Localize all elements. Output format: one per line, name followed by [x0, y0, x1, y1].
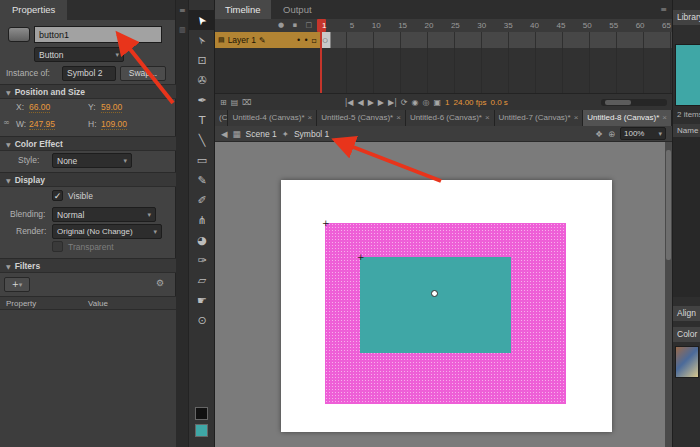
- tab-output[interactable]: Output: [273, 0, 322, 19]
- tab-align[interactable]: Align: [673, 306, 700, 321]
- tab-library[interactable]: Library: [673, 10, 700, 25]
- doc-tab-untitled-5[interactable]: Untitled-5 (Canvas)*×: [317, 110, 406, 126]
- section-position-and-size[interactable]: ▼Position and Size: [0, 84, 176, 99]
- last-frame-icon[interactable]: ▶|: [388, 98, 397, 107]
- transparent-checkbox[interactable]: [52, 241, 63, 252]
- doc-tab-untitled-7[interactable]: Untitled-7 (Canvas)*×: [495, 110, 584, 126]
- line-tool[interactable]: ╲: [189, 130, 215, 150]
- symbol-icon: ✦: [282, 129, 289, 139]
- y-value[interactable]: 59.00: [101, 102, 122, 113]
- timeline-scrollbar-thumb[interactable]: [605, 100, 631, 105]
- tab-color[interactable]: Color: [673, 327, 700, 342]
- timeline-scrollbar[interactable]: [601, 99, 667, 106]
- layer-visible-dot-icon[interactable]: •: [296, 36, 301, 45]
- ruler-frame-30: 30: [461, 19, 487, 32]
- center-frame-icon[interactable]: ⊕: [608, 129, 615, 139]
- zoom-select[interactable]: 100% ▾: [620, 127, 666, 140]
- eraser-tool[interactable]: ▱: [189, 270, 215, 290]
- h-value[interactable]: 109.00: [101, 119, 127, 130]
- new-layer-icon[interactable]: ⊞: [220, 98, 227, 107]
- next-frame-icon[interactable]: ▶: [378, 98, 384, 107]
- delete-layer-icon[interactable]: ⌧: [242, 98, 251, 107]
- breadcrumb-scene[interactable]: Scene 1: [246, 129, 277, 139]
- collapse-arrow-icon: ▼: [6, 141, 11, 148]
- layer-row-layer1[interactable]: ▤ Layer 1 ✎ • • ▫: [215, 32, 320, 48]
- link-width-height-icon[interactable]: ∞: [3, 118, 10, 127]
- close-icon[interactable]: ×: [485, 110, 490, 126]
- stage-scrollbar-thumb[interactable]: [666, 150, 671, 260]
- hand-tool[interactable]: ☛: [189, 290, 215, 310]
- new-folder-icon[interactable]: ▤: [231, 98, 239, 107]
- visible-checkbox[interactable]: ✓: [52, 190, 63, 201]
- properties-panel-menu-icon[interactable]: ≡: [179, 6, 186, 15]
- selection-tool[interactable]: ➤: [189, 10, 215, 30]
- swap-button[interactable]: Swap...: [120, 66, 166, 81]
- doc-tab-untitled-4[interactable]: Untitled-4 (Canvas)*×: [228, 110, 317, 126]
- library-list-area[interactable]: [673, 137, 700, 297]
- close-icon[interactable]: ×: [574, 110, 579, 126]
- layer-lock-dot-icon[interactable]: •: [304, 36, 309, 45]
- onion-skin-icon[interactable]: ◉: [412, 98, 419, 107]
- transformation-point[interactable]: [431, 290, 438, 297]
- zoom-tool[interactable]: ⊙: [189, 310, 215, 330]
- breadcrumb-symbol[interactable]: Symbol 1: [294, 129, 329, 139]
- rectangle-tool[interactable]: ▭: [189, 150, 215, 170]
- paint-bucket-tool[interactable]: ◕: [189, 230, 215, 250]
- filter-options-gear-icon[interactable]: ⚙: [156, 278, 164, 288]
- play-icon[interactable]: ▶: [368, 98, 374, 107]
- fill-color-swatch[interactable]: [195, 424, 208, 437]
- onion-skin-outlines-icon[interactable]: ◎: [423, 98, 430, 107]
- section-display[interactable]: ▼Display: [0, 172, 176, 187]
- back-icon[interactable]: ◀: [221, 129, 228, 139]
- brush-tool[interactable]: ✐: [189, 190, 215, 210]
- doc-tab-untitled-8[interactable]: Untitled-8 (Canvas)*×: [583, 110, 672, 126]
- close-icon[interactable]: ×: [308, 110, 313, 126]
- section-filters[interactable]: ▼Filters: [0, 258, 176, 273]
- doc-tab-1[interactable]: (Canvas)*×: [215, 110, 228, 126]
- subselection-tool[interactable]: ➢: [189, 30, 215, 50]
- edit-multiple-frames-icon[interactable]: ▣: [434, 98, 442, 107]
- prev-frame-icon[interactable]: ◀: [358, 98, 364, 107]
- stage-canvas[interactable]: + +: [281, 180, 612, 432]
- scene-icon: ▦: [233, 129, 241, 139]
- style-dropdown[interactable]: None ▾: [52, 153, 132, 168]
- pencil-tool[interactable]: ✎: [189, 170, 215, 190]
- add-filter-button[interactable]: +▾: [4, 277, 30, 292]
- loop-icon[interactable]: ⟳: [401, 98, 408, 107]
- symbol-type-dropdown[interactable]: Button ▾: [34, 47, 124, 62]
- stage-vertical-scrollbar[interactable]: [665, 142, 672, 447]
- layer1-frames-row[interactable]: ○: [320, 32, 672, 48]
- bone-tool[interactable]: ⋔: [189, 210, 215, 230]
- stroke-color-swatch[interactable]: [195, 407, 208, 420]
- dock-grip-icon: ▥: [179, 26, 186, 34]
- library-name-column[interactable]: Name: [673, 124, 700, 137]
- filters-property-column: Property: [6, 297, 36, 310]
- frame-ruler[interactable]: 1 5 10 15 20 25 30 35 40 45 50 55 60 65: [320, 19, 672, 32]
- timeline-panel-menu-icon[interactable]: ≡: [660, 5, 667, 14]
- tab-timeline[interactable]: Timeline: [215, 0, 271, 19]
- pen-tool[interactable]: ✒: [189, 90, 215, 110]
- edit-symbols-icon[interactable]: ❖: [595, 129, 603, 139]
- doc-tab-untitled-6[interactable]: Untitled-6 (Canvas)*×: [406, 110, 495, 126]
- lasso-tool[interactable]: ✇: [189, 70, 215, 90]
- w-value[interactable]: 247.95: [29, 119, 55, 130]
- frame-rate-value[interactable]: 24.00 fps: [454, 98, 487, 107]
- blending-dropdown[interactable]: Normal ▾: [52, 207, 156, 222]
- properties-panel: Properties Button ▾ Instance of: Symbol …: [0, 0, 176, 447]
- x-value[interactable]: 66.00: [29, 102, 50, 113]
- layer-visibility-lock-outline-icons[interactable]: ● ▪ □: [278, 19, 315, 32]
- section-color-effect[interactable]: ▼Color Effect: [0, 136, 176, 151]
- close-icon[interactable]: ×: [396, 110, 401, 126]
- render-dropdown[interactable]: Original (No Change) ▾: [52, 224, 162, 239]
- elapsed-time-value: 0.0 s: [490, 98, 507, 107]
- layer-outline-color-icon[interactable]: ▫: [312, 36, 317, 45]
- tab-properties[interactable]: Properties: [0, 0, 67, 20]
- text-tool[interactable]: T: [189, 110, 215, 130]
- close-icon[interactable]: ×: [662, 110, 667, 126]
- instance-name-input[interactable]: [34, 26, 162, 43]
- eyedropper-tool[interactable]: ✑: [189, 250, 215, 270]
- first-frame-icon[interactable]: |◀: [345, 98, 354, 107]
- free-transform-tool[interactable]: ⊡: [189, 50, 215, 70]
- stage-pasteboard[interactable]: + +: [215, 142, 672, 447]
- teal-rectangle-shape[interactable]: [360, 257, 511, 353]
